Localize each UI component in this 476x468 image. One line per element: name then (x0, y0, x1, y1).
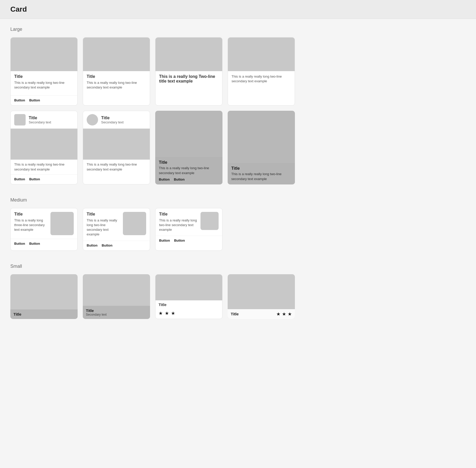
card-l4-image (228, 38, 295, 71)
card-m3-thumb (200, 212, 219, 230)
card-l4-body: This is a really really long two-line se… (228, 71, 295, 89)
card-m3-btn2[interactable]: Button (174, 239, 185, 242)
card-l5-btn1[interactable]: Button (14, 177, 25, 181)
card-l8: Title This is a really really long two-l… (228, 111, 295, 184)
card-l5-secondary-header: Secondary text (29, 120, 51, 124)
card-s4-star-2: ★ (282, 311, 286, 317)
card-m2-btn2[interactable]: Button (102, 243, 113, 247)
card-l2-secondary: This is a really really long two-line se… (87, 80, 146, 90)
card-l2-body: Title This is a really really long two-l… (83, 71, 150, 95)
medium-row: Title This is a really long three-line s… (10, 208, 466, 251)
card-l6-avatar (87, 114, 98, 125)
card-l5-avatar (14, 114, 26, 125)
card-m2-thumb (123, 212, 146, 235)
card-l3-body: This is a really long Two-line title tex… (155, 71, 222, 88)
card-m1-title: Title (14, 212, 47, 217)
small-row: Title Title Secondary text Title ★ ★ (10, 274, 466, 319)
card-l6-title: Title (101, 116, 124, 120)
card-s4-star-3: ★ (288, 311, 292, 317)
card-m3-secondary: This is a really really long two-line se… (159, 218, 197, 232)
card-l1-btn1[interactable]: Button (14, 98, 25, 102)
card-m1-texts: Title This is a really long three-line s… (14, 212, 47, 232)
page-header: Card (0, 0, 476, 19)
card-m2-inner: Title This is a really really long two-l… (83, 208, 150, 241)
card-m3-texts: Title This is a really really long two-l… (159, 212, 197, 232)
card-l6-secondary-header: Secondary text (101, 120, 124, 124)
star-2: ★ (165, 310, 169, 316)
card-m3-inner: Title This is a really really long two-l… (155, 208, 222, 236)
card-s3-actions: ★ ★ ★ (155, 309, 222, 319)
card-s1: Title (10, 274, 78, 319)
card-l6-secondary-body: This is a really really long two-line se… (87, 162, 146, 172)
card-m1-secondary: This is a really long three-line seconda… (14, 218, 47, 232)
card-s1-title-bar: Title (10, 309, 78, 319)
card-s4-stars: ★ ★ ★ (276, 311, 292, 317)
medium-section-label: Medium (10, 197, 466, 203)
card-m3: Title This is a really really long two-l… (155, 208, 222, 251)
card-m2-btn1[interactable]: Button (87, 243, 98, 247)
card-l7-btn2[interactable]: Button (174, 177, 185, 181)
card-m1-btn2[interactable]: Button (29, 242, 40, 246)
card-s4-title-bar: Title ★ ★ ★ (228, 309, 295, 319)
star-3: ★ (171, 310, 175, 316)
card-s4-title: Title (231, 312, 239, 316)
card-m1: Title This is a really long three-line s… (10, 208, 78, 251)
card-l5-body: This is a really really long two-line se… (11, 160, 77, 174)
card-l7: Title This is a really really long two-l… (155, 111, 222, 184)
medium-section: Medium Title This is a really long three… (10, 197, 466, 251)
card-m2-secondary: This is a really really long two-line se… (87, 218, 120, 237)
card-l3-image (155, 38, 222, 71)
card-l1-title: Title (14, 74, 74, 79)
card-l1-btn2[interactable]: Button (29, 98, 40, 102)
card-l7-title: Title (159, 160, 219, 165)
card-l4-secondary: This is a really really long two-line se… (232, 74, 291, 84)
card-s2-title-bar: Title Secondary text (83, 306, 150, 319)
card-m2-title: Title (87, 212, 120, 217)
card-l7-actions: Button Button (159, 177, 219, 181)
card-s4-star-1: ★ (276, 311, 280, 317)
card-l5-header: Title Secondary text (11, 111, 77, 129)
card-l7-overlay: Title This is a really really long two-l… (155, 157, 222, 184)
card-m3-title: Title (159, 212, 197, 217)
card-s3-title: Title (159, 302, 219, 307)
card-l2-image (83, 38, 150, 71)
card-m2-actions: Button Button (83, 241, 150, 250)
card-l1-secondary: This is a really really long two-line se… (14, 80, 74, 90)
card-l6: Title Secondary text This is a really re… (83, 111, 150, 184)
card-m2: Title This is a really really long two-l… (83, 208, 150, 251)
card-s2-secondary: Secondary text (86, 313, 147, 316)
card-l6-image (83, 129, 150, 160)
card-l3-title: This is a really long Two-line title tex… (159, 74, 219, 84)
page-title: Card (10, 5, 27, 13)
card-l5: Title Secondary text This is a really re… (10, 111, 78, 184)
card-l7-secondary: This is a really really long two-line se… (159, 166, 219, 175)
card-l8-title: Title (231, 166, 291, 171)
card-l1: Title This is a really really long two-l… (10, 37, 78, 106)
card-s2-title: Title (86, 308, 147, 313)
card-m1-actions: Button Button (11, 239, 77, 249)
card-s3: Title ★ ★ ★ (155, 274, 222, 319)
card-l2-title: Title (87, 74, 146, 79)
card-l5-title: Title (29, 116, 51, 120)
card-l6-header-texts: Title Secondary text (101, 116, 124, 124)
star-1: ★ (159, 310, 163, 316)
card-m1-btn1[interactable]: Button (14, 242, 25, 246)
main-content: Large Title This is a really really long… (0, 19, 476, 340)
card-l3: This is a really long Two-line title tex… (155, 37, 222, 106)
card-m3-actions: Button Button (155, 236, 222, 246)
card-s3-body: Title (155, 300, 222, 309)
card-l6-body: This is a really really long two-line se… (83, 160, 150, 174)
card-m1-inner: Title This is a really long three-line s… (11, 208, 77, 239)
card-l4: This is a really really long two-line se… (228, 37, 295, 106)
large-section: Large Title This is a really really long… (10, 27, 466, 184)
small-section: Small Title Title Secondary text Title (10, 264, 466, 319)
card-l8-overlay: Title This is a really really long two-l… (228, 163, 295, 184)
card-l5-btn2[interactable]: Button (29, 177, 40, 181)
card-l5-actions: Button Button (11, 174, 77, 184)
large-row-2: Title Secondary text This is a really re… (10, 111, 466, 184)
card-l7-btn1[interactable]: Button (159, 177, 170, 181)
large-row-1: Title This is a really really long two-l… (10, 37, 466, 106)
card-l1-body: Title This is a really really long two-l… (11, 71, 77, 95)
card-m3-btn1[interactable]: Button (159, 239, 170, 242)
small-section-label: Small (10, 264, 466, 269)
